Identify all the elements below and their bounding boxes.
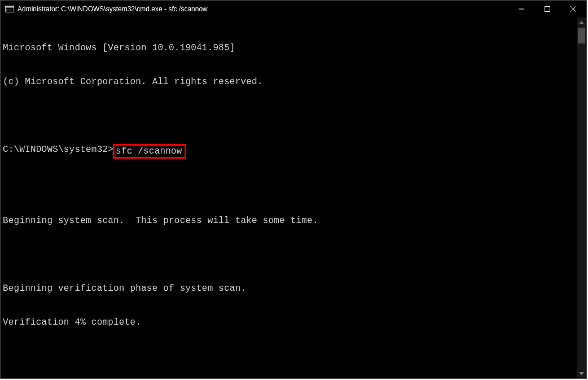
- svg-marker-7: [579, 21, 584, 24]
- close-button[interactable]: [560, 1, 586, 18]
- output-line: (c) Microsoft Corporation. All rights re…: [3, 76, 576, 88]
- svg-rect-4: [545, 7, 550, 12]
- minimize-button[interactable]: [508, 1, 534, 18]
- scroll-thumb[interactable]: [578, 28, 585, 43]
- cmd-icon: C:\: [5, 5, 14, 14]
- scroll-down-button[interactable]: [577, 369, 586, 378]
- output-line: Beginning verification phase of system s…: [3, 283, 576, 294]
- output-blank: [3, 110, 576, 121]
- output-line: Beginning system scan. This process will…: [3, 215, 576, 226]
- command-highlight: sfc /scannow: [113, 144, 186, 159]
- svg-text:C:\: C:\: [6, 8, 11, 12]
- svg-marker-8: [579, 372, 584, 375]
- output-blank: [3, 181, 576, 193]
- terminal-output[interactable]: Microsoft Windows [Version 10.0.19041.98…: [1, 18, 577, 378]
- output-blank: [3, 249, 576, 260]
- svg-rect-3: [519, 9, 524, 10]
- prompt-line: C:\WINDOWS\system32>sfc /scannow: [3, 144, 576, 159]
- output-line: Verification 4% complete.: [3, 317, 576, 328]
- maximize-button[interactable]: [534, 1, 560, 18]
- window-title: Administrator: C:\WINDOWS\system32\cmd.e…: [17, 5, 508, 13]
- output-line: Microsoft Windows [Version 10.0.19041.98…: [3, 42, 576, 54]
- cmd-window: C:\ Administrator: C:\WINDOWS\system32\c…: [0, 0, 587, 379]
- titlebar[interactable]: C:\ Administrator: C:\WINDOWS\system32\c…: [1, 1, 586, 18]
- vertical-scrollbar[interactable]: [577, 18, 586, 378]
- window-controls: [508, 1, 586, 18]
- scroll-up-button[interactable]: [577, 18, 586, 27]
- prompt-text: C:\WINDOWS\system32>: [3, 144, 113, 155]
